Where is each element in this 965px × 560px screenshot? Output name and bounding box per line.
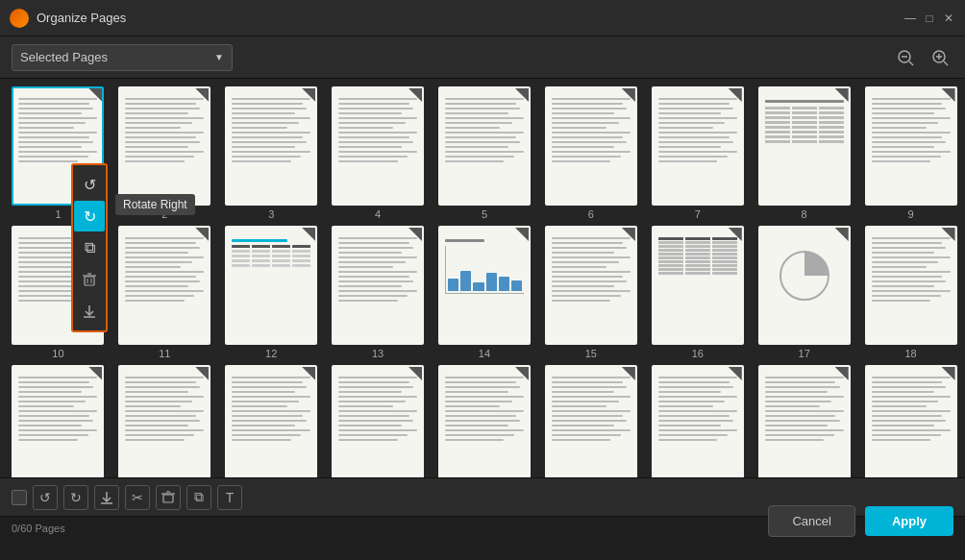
page-item[interactable]: 6: [540, 86, 641, 220]
chevron-down-icon: ▼: [214, 52, 224, 62]
page-item[interactable]: 26: [754, 365, 854, 477]
close-button[interactable]: ✕: [942, 12, 955, 25]
page-item[interactable]: 15: [540, 226, 641, 359]
page-number: 3: [268, 208, 274, 220]
zoom-in-icon: [930, 48, 950, 67]
apply-button[interactable]: Apply: [865, 506, 953, 536]
page-item[interactable]: 7: [647, 86, 748, 220]
title-bar-text: Organize Pages: [37, 11, 903, 25]
page-grid: 1234567891011121314151617181920212223242…: [8, 86, 961, 477]
page-number: 13: [372, 348, 384, 359]
svg-line-6: [944, 61, 948, 65]
page-item[interactable]: 5: [434, 86, 535, 220]
maximize-button[interactable]: □: [923, 12, 936, 25]
page-item[interactable]: 25: [647, 365, 748, 477]
toolbar: Selected Pages ▼: [0, 37, 965, 79]
zoom-out-button[interactable]: [892, 44, 919, 71]
svg-rect-17: [163, 495, 173, 502]
zoom-out-icon: [896, 48, 915, 67]
extract-pages-icon: [100, 491, 113, 504]
page-number: 6: [588, 208, 594, 220]
page-item[interactable]: 19: [8, 365, 109, 477]
minimize-button[interactable]: —: [903, 12, 917, 25]
svg-rect-8: [85, 277, 94, 285]
window-controls: — □ ✕: [903, 12, 955, 25]
page-number: 17: [799, 348, 810, 359]
page-item[interactable]: 24: [540, 365, 641, 477]
cut-button[interactable]: ✂: [125, 485, 150, 510]
context-menu: ↺ ↻ ⧉: [71, 163, 108, 332]
page-number: 4: [375, 208, 381, 220]
page-item[interactable]: 3: [221, 86, 322, 220]
title-bar: Organize Pages — □ ✕: [0, 0, 965, 37]
page-count-status: 0/60 Pages: [12, 523, 65, 534]
page-item[interactable]: 9: [860, 86, 961, 220]
cancel-button[interactable]: Cancel: [768, 505, 854, 537]
undo-button[interactable]: ↺: [33, 485, 58, 510]
duplicate-menu-item[interactable]: ⧉: [74, 232, 105, 263]
page-item[interactable]: 17: [754, 226, 854, 359]
page-item[interactable]: 27: [860, 365, 961, 477]
page-number: 16: [692, 348, 704, 359]
page-item[interactable]: 13: [328, 226, 429, 359]
text-button[interactable]: T: [217, 485, 242, 510]
page-number: 18: [904, 348, 916, 359]
page-number: 9: [907, 208, 913, 220]
page-grid-container[interactable]: 1234567891011121314151617181920212223242…: [0, 79, 965, 477]
page-number: 1: [55, 208, 61, 220]
main-content: 1234567891011121314151617181920212223242…: [0, 79, 965, 477]
page-number: 11: [159, 348, 170, 359]
page-item[interactable]: 16: [647, 226, 748, 359]
trash-icon: [82, 272, 97, 287]
redo-button[interactable]: ↻: [63, 485, 88, 510]
zoom-in-button[interactable]: [927, 44, 953, 71]
page-item[interactable]: 14: [434, 226, 535, 359]
page-item[interactable]: 20: [114, 365, 215, 477]
page-item[interactable]: 4: [328, 86, 429, 220]
delete-icon: [161, 491, 175, 504]
page-item[interactable]: 8: [754, 86, 854, 220]
svg-line-2: [909, 61, 913, 65]
footer-buttons: Cancel Apply: [768, 505, 953, 537]
extract-menu-item[interactable]: [74, 296, 105, 327]
page-item[interactable]: 18: [860, 226, 961, 359]
dropdown-label: Selected Pages: [20, 50, 108, 64]
page-item[interactable]: 21: [221, 365, 322, 477]
page-item[interactable]: 22: [328, 365, 429, 477]
page-number: 15: [585, 348, 597, 359]
page-number: 5: [482, 208, 487, 220]
page-number: 12: [265, 348, 277, 359]
select-all-checkbox[interactable]: [12, 490, 27, 505]
page-number: 14: [479, 348, 490, 359]
page-number: 10: [52, 348, 63, 359]
page-item[interactable]: 11: [114, 226, 215, 359]
pages-dropdown[interactable]: Selected Pages ▼: [12, 44, 233, 71]
rotate-right-menu-item[interactable]: ↻: [74, 201, 105, 231]
page-item[interactable]: 23: [434, 365, 535, 477]
copy-button[interactable]: ⧉: [186, 485, 211, 510]
rotate-left-menu-item[interactable]: ↺: [74, 169, 105, 200]
rotate-right-tooltip: Rotate Right: [115, 194, 195, 215]
page-number: 8: [802, 208, 807, 220]
delete-button[interactable]: [156, 485, 181, 510]
page-item[interactable]: 12: [221, 226, 322, 359]
delete-menu-item[interactable]: [74, 264, 105, 295]
page-number: 7: [695, 208, 701, 220]
extract-icon: [82, 304, 97, 319]
app-logo: [10, 9, 29, 28]
extract-pages-button[interactable]: [94, 485, 119, 510]
